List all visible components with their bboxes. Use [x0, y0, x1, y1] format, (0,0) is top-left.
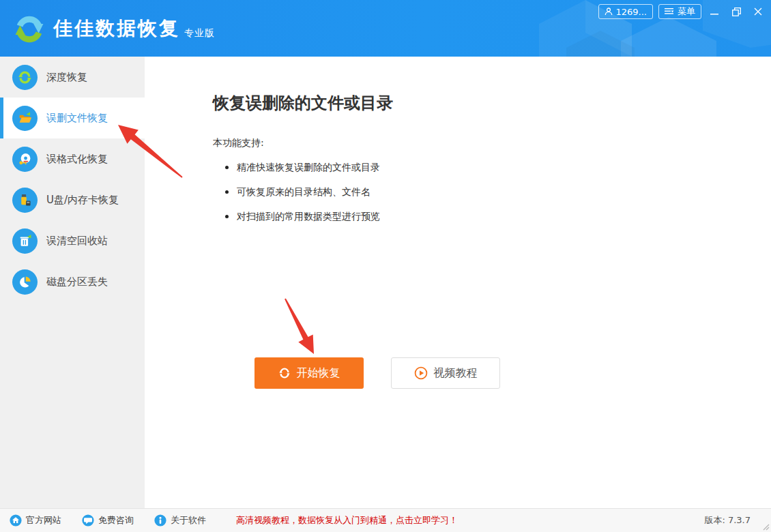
video-tutorial-button[interactable]: 视频教程 — [391, 357, 500, 389]
account-button[interactable]: 1269... — [598, 4, 653, 19]
sidebar-item-label: 深度恢复 — [46, 71, 87, 84]
footer-link-about[interactable]: 关于软件 — [154, 514, 206, 527]
feature-item: 精准快速恢复误删除的文件或目录 — [225, 160, 380, 175]
video-tutorial-label: 视频教程 — [434, 366, 478, 381]
sidebar-item-label: 误清空回收站 — [46, 235, 108, 248]
version-label: 版本: 7.3.7 — [704, 514, 751, 527]
deleted-file-icon — [12, 106, 38, 131]
app-logo-icon — [12, 12, 46, 46]
page-title: 恢复误删除的文件或目录 — [213, 92, 393, 114]
sidebar-item-deleted-file-recovery[interactable]: 误删文件恢复 — [0, 98, 145, 138]
refresh-icon — [278, 367, 291, 379]
format-disk-icon — [12, 147, 38, 172]
footer-link-label: 关于软件 — [171, 514, 206, 527]
footer-link-label: 官方网站 — [26, 514, 61, 527]
menu-icon — [665, 8, 674, 16]
app-window: 佳佳数据恢复 专业版 1269... 菜单 — [0, 0, 771, 532]
support-label: 本功能支持: — [213, 137, 264, 149]
titlebar: 佳佳数据恢复 专业版 1269... 菜单 — [0, 0, 771, 57]
account-label: 1269... — [616, 7, 647, 17]
sidebar-item-format-recovery[interactable]: 误格式化恢复 — [0, 138, 145, 179]
deep-recovery-icon — [12, 65, 38, 90]
brand: 佳佳数据恢复 专业版 — [12, 0, 215, 57]
partition-pie-icon — [12, 269, 38, 295]
sidebar-item-deep-recovery[interactable]: 深度恢复 — [0, 57, 145, 98]
home-icon — [10, 514, 22, 527]
footer-bar: 官方网站 免费咨询 关于软件 高清视频教程，数据恢复从入门到精通，点击立即学习！… — [0, 508, 771, 532]
restore-icon — [732, 8, 741, 16]
minimize-button[interactable] — [705, 4, 723, 19]
start-recovery-label: 开始恢复 — [297, 366, 340, 381]
start-recovery-button[interactable]: 开始恢复 — [254, 357, 364, 389]
sidebar-item-label: U盘/内存卡恢复 — [46, 194, 119, 207]
sidebar-item-lost-partition[interactable]: 磁盘分区丢失 — [0, 261, 145, 302]
sidebar-item-usb-card-recovery[interactable]: U盘/内存卡恢复 — [0, 179, 145, 220]
feature-item: 对扫描到的常用数据类型进行预览 — [225, 209, 380, 224]
close-button[interactable] — [749, 4, 767, 19]
close-icon — [754, 8, 762, 16]
sidebar-item-recycle-bin-recovery[interactable]: 误清空回收站 — [0, 220, 145, 261]
footer-link-free-consult[interactable]: 免费咨询 — [82, 514, 134, 527]
feature-list: 精准快速恢复误删除的文件或目录 可恢复原来的目录结构、文件名 对扫描到的常用数据… — [225, 160, 380, 234]
footer-link-official-site[interactable]: 官方网站 — [10, 514, 61, 527]
usb-card-icon — [12, 188, 38, 213]
sidebar-item-label: 磁盘分区丢失 — [46, 276, 108, 289]
resize-grip[interactable] — [761, 522, 770, 531]
menu-button[interactable]: 菜单 — [658, 4, 701, 19]
promo-text[interactable]: 高清视频教程，数据恢复从入门到精通，点击立即学习！ — [236, 514, 458, 527]
user-icon — [605, 8, 613, 16]
main-content: 恢复误删除的文件或目录 本功能支持: 精准快速恢复误删除的文件或目录 可恢复原来… — [145, 57, 771, 508]
feature-item: 可恢复原来的目录结构、文件名 — [225, 185, 380, 199]
app-title: 佳佳数据恢复 — [53, 16, 180, 42]
maximize-button[interactable] — [727, 4, 745, 19]
info-icon — [154, 514, 166, 527]
app-edition-badge: 专业版 — [184, 27, 215, 40]
sidebar: 深度恢复 误删文件恢复 — [0, 57, 145, 508]
recycle-bin-icon — [12, 228, 38, 254]
sidebar-item-label: 误删文件恢复 — [46, 112, 108, 125]
chat-icon — [82, 514, 94, 527]
minimize-icon — [710, 8, 718, 16]
play-icon — [414, 366, 428, 380]
window-controls: 1269... 菜单 — [593, 4, 767, 19]
sidebar-item-label: 误格式化恢复 — [46, 153, 108, 166]
menu-label: 菜单 — [678, 5, 695, 18]
action-row: 开始恢复 视频教程 — [254, 357, 500, 389]
footer-link-label: 免费咨询 — [98, 514, 134, 527]
